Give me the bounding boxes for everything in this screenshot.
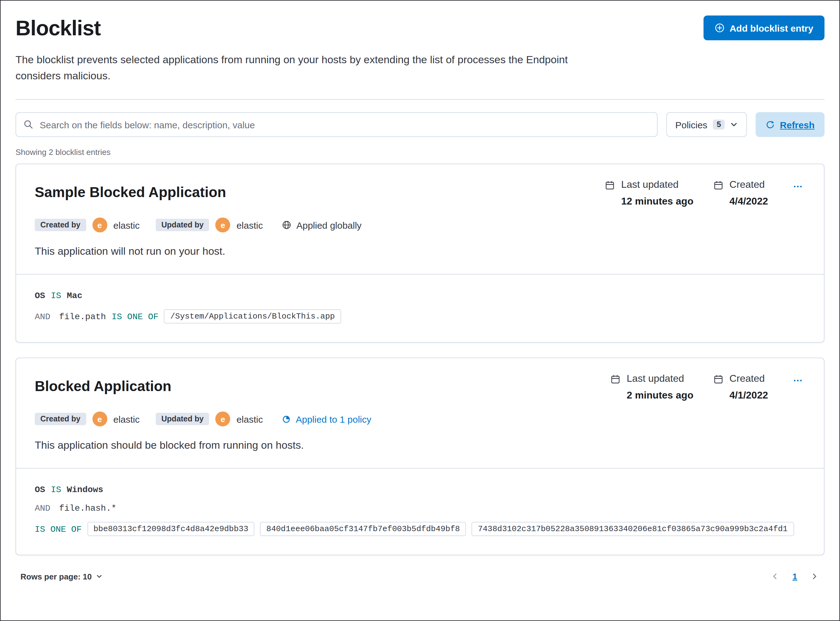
globe-icon [281,220,291,230]
criteria-operator: IS ONE OF [112,312,158,322]
entry-1-created: Created 4/4/2022 [713,179,768,207]
criteria-conjunction: AND [35,504,50,513]
blocklist-entry-card-1: Sample Blocked Application Last updated … [15,164,825,343]
refresh-label: Refresh [780,120,814,130]
search-box [15,112,657,137]
calendar-icon [611,375,620,401]
entry-1-last-updated: Last updated 12 minutes ago [605,179,693,207]
blocklist-page: Blocklist Add blocklist entry The blockl… [0,0,840,621]
avatar: e [92,218,107,233]
entry-2-last-updated: Last updated 2 minutes ago [611,373,693,401]
entry-1-meta: Last updated 12 minutes ago Created 4/4/… [605,179,805,207]
criteria-operator: IS [51,485,61,495]
created-by-user: elastic [113,414,140,424]
blocklist-entry-card-2: Blocked Application Last updated 2 minut… [15,358,825,556]
results-count: Showing 2 blocklist entries [15,148,825,157]
updated-by-user: elastic [236,220,263,230]
toolbar: Policies 5 Refresh [15,112,825,137]
add-blocklist-entry-label: Add blocklist entry [729,23,813,33]
search-icon [24,120,33,130]
policies-filter-button[interactable]: Policies 5 [666,112,747,137]
entry-2-description: This application should be blocked from … [35,440,805,452]
chevron-down-icon [730,121,738,129]
search-input[interactable] [40,120,649,130]
entry-2-meta: Last updated 2 minutes ago Created 4/1/2… [611,373,805,401]
criteria-value-chip: 840d1eee06baa05cf3147fb7ef003b5dfdb49bf8 [260,522,466,536]
avatar: e [92,412,107,427]
criteria-operator: IS ONE OF [35,524,82,534]
criteria-conjunction: AND [35,312,50,322]
refresh-icon [766,120,775,130]
entry-2-actions-menu-button[interactable] [790,373,805,390]
calendar-icon [713,375,723,401]
page-header: Blocklist Add blocklist entry [15,15,825,41]
created-by-badge: Created by [35,219,86,232]
entry-1-summary: Sample Blocked Application Last updated … [16,165,824,274]
calendar-icon [605,181,615,207]
criteria-value: Windows [67,485,103,495]
updated-by-badge: Updated by [156,413,209,426]
entry-2-summary: Blocked Application Last updated 2 minut… [16,359,824,468]
chevron-left-icon [771,573,779,580]
policies-filter-label: Policies [675,120,707,130]
entry-1-attribution: Created by e elastic Updated by e elasti… [35,218,805,233]
screen: Blocklist Add blocklist entry The blockl… [0,0,840,621]
policies-count-badge: 5 [713,120,725,130]
chevron-right-icon [811,573,818,580]
partial-policy-icon [281,415,291,424]
refresh-button[interactable]: Refresh [756,112,825,137]
ellipsis-icon [793,376,803,386]
calendar-icon [713,181,723,207]
scope-indicator-global: Applied globally [281,220,362,230]
entry-1-criteria: OS IS Mac AND file.path IS ONE OF /Syste… [16,274,824,342]
created-by-badge: Created by [35,413,86,426]
entry-2-criteria: OS IS Windows AND file.hash.* IS ONE OF … [16,468,824,555]
criteria-field: OS [35,485,45,495]
created-by-user: elastic [113,220,140,230]
entry-2-created: Created 4/1/2022 [713,373,768,401]
next-page-button[interactable] [810,572,820,582]
entry-1-description: This application will not run on your ho… [35,246,805,258]
criteria-field: OS [35,291,45,301]
updated-by-user: elastic [236,414,263,424]
criteria-value: Mac [67,291,82,301]
criteria-field: file.hash.* [59,504,116,513]
table-footer: Rows per page: 10 1 [15,572,825,582]
entry-2-title: Blocked Application [35,379,171,395]
pagination: 1 [770,572,820,582]
plus-circle-icon [715,23,725,33]
criteria-value-chip: /System/Applications/BlockThis.app [164,310,341,324]
criteria-field: file.path [59,312,106,322]
entry-2-attribution: Created by e elastic Updated by e elasti… [35,412,805,427]
criteria-value-chip: 7438d3102c317b05228a350891363340206e81cf… [472,522,794,536]
entry-1-actions-menu-button[interactable] [790,179,805,196]
avatar: e [215,218,230,233]
page-1-button[interactable]: 1 [792,572,797,582]
updated-by-badge: Updated by [156,219,209,232]
criteria-operator: IS [51,291,61,301]
ellipsis-icon [793,182,803,192]
header-divider [15,100,825,100]
criteria-value-chip: bbe80313cf12098d3fc4d8a42e9dbb33 [87,522,254,536]
avatar: e [215,412,230,427]
chevron-down-icon [96,574,102,580]
add-blocklist-entry-button[interactable]: Add blocklist entry [703,15,825,40]
entry-1-title: Sample Blocked Application [35,184,226,201]
rows-per-page-button[interactable]: Rows per page: 10 [20,572,102,581]
previous-page-button[interactable] [770,572,780,582]
scope-indicator-policy-link[interactable]: Applied to 1 policy [281,414,371,424]
page-description: The blocklist prevents selected applicat… [15,52,592,85]
page-title: Blocklist [15,15,100,41]
